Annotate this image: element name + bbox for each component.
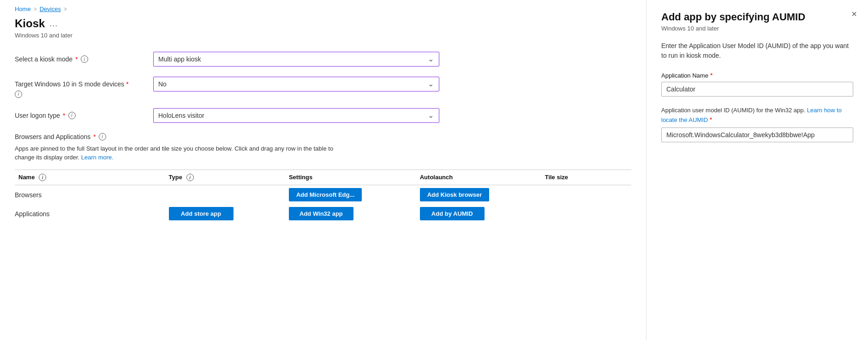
section-description: Apps are pinned to the full Start layout… <box>15 144 338 162</box>
s-mode-control: No Yes <box>153 77 439 91</box>
browsers-apps-info-icon[interactable]: i <box>99 133 106 140</box>
s-mode-row: Target Windows 10 in S mode devices * i … <box>15 77 631 98</box>
aumid-input[interactable] <box>661 128 853 142</box>
logon-type-select[interactable]: HoloLens visitor Auto logon Local user o… <box>153 108 439 123</box>
aumid-label-row: Application user model ID (AUMID) for th… <box>661 106 853 125</box>
logon-type-required: * <box>63 112 65 119</box>
browsers-row: Browsers Add Microsoft Edg... Add Kiosk … <box>15 185 631 205</box>
breadcrumb-sep2: > <box>64 6 67 12</box>
kiosk-mode-info-icon[interactable]: i <box>81 55 88 63</box>
browsers-apps-label: Browsers and Applications * i <box>15 133 631 140</box>
kiosk-mode-required: * <box>75 55 78 63</box>
panel-close-button[interactable]: × <box>851 9 857 18</box>
add-store-app-button[interactable]: Add store app <box>169 207 233 220</box>
right-panel: × Add app by specifying AUMID Windows 10… <box>647 0 868 340</box>
logon-type-row: User logon type * i HoloLens visitor Aut… <box>15 108 631 123</box>
add-edge-button[interactable]: Add Microsoft Edg... <box>289 188 362 201</box>
kiosk-mode-label: Select a kiosk mode * i <box>15 52 144 63</box>
app-name-input[interactable] <box>661 82 853 97</box>
logon-type-info-icon[interactable]: i <box>68 112 76 119</box>
kiosk-mode-select[interactable]: Multi app kiosk Single full-screen app k… <box>153 52 439 67</box>
aumid-field-group: Application user model ID (AUMID) for th… <box>661 106 853 142</box>
add-kiosk-browser-button[interactable]: Add Kiosk browser <box>420 188 489 201</box>
logon-type-label: User logon type * i <box>15 108 144 119</box>
table-header-row: Name i Type i Settings Autolaunch Tile s… <box>15 170 631 185</box>
col-autolaunch-header: Autolaunch <box>416 170 541 185</box>
breadcrumb-sep1: > <box>34 6 37 12</box>
page-title-menu-icon[interactable]: ... <box>49 19 58 29</box>
s-mode-required: * <box>126 80 128 88</box>
browsers-label: Browsers <box>15 185 165 205</box>
col-tilesize-header: Tile size <box>541 170 631 185</box>
col-type-header: Type i <box>165 170 285 185</box>
breadcrumb-devices[interactable]: Devices <box>40 6 61 12</box>
breadcrumb-home[interactable]: Home <box>15 6 31 12</box>
s-mode-info-icon[interactable]: i <box>15 91 22 98</box>
page-title-row: Kiosk ... <box>15 17 631 30</box>
kiosk-mode-row: Select a kiosk mode * i Multi app kiosk … <box>15 52 631 67</box>
name-col-info-icon[interactable]: i <box>39 174 46 181</box>
page-subtitle: Windows 10 and later <box>15 32 631 39</box>
browsers-apps-required: * <box>93 133 96 140</box>
panel-title: Add app by specifying AUMID <box>661 11 853 23</box>
panel-description: Enter the Application User Model ID (AUM… <box>661 41 853 61</box>
s-mode-select-wrapper: No Yes <box>153 77 439 91</box>
app-name-label: Application Name * <box>661 72 853 79</box>
panel-subtitle: Windows 10 and later <box>661 25 853 32</box>
add-aumid-button[interactable]: Add by AUMID <box>420 207 485 220</box>
breadcrumb: Home > Devices > <box>15 6 631 12</box>
logon-type-select-wrapper: HoloLens visitor Auto logon Local user o… <box>153 108 439 123</box>
col-name-header: Name i <box>15 170 165 185</box>
aumid-required: * <box>710 116 712 123</box>
app-name-field-group: Application Name * <box>661 72 853 97</box>
applications-label: Applications <box>15 204 165 223</box>
kiosk-mode-select-wrapper: Multi app kiosk Single full-screen app k… <box>153 52 439 67</box>
app-name-required: * <box>710 72 712 79</box>
col-settings-header: Settings <box>285 170 416 185</box>
apps-table: Browsers Add Microsoft Edg... Add Kiosk … <box>15 170 631 224</box>
kiosk-mode-control: Multi app kiosk Single full-screen app k… <box>153 52 439 67</box>
s-mode-select[interactable]: No Yes <box>153 77 439 91</box>
add-win32-button[interactable]: Add Win32 app <box>289 207 353 220</box>
logon-type-control: HoloLens visitor Auto logon Local user o… <box>153 108 439 123</box>
learn-more-link[interactable]: Learn more. <box>81 154 114 161</box>
s-mode-label: Target Windows 10 in S mode devices * i <box>15 77 144 98</box>
page-title: Kiosk <box>15 17 45 30</box>
applications-row: Applications Add store app Add Win32 app… <box>15 204 631 223</box>
browsers-apps-section: Browsers and Applications * i Apps are p… <box>15 133 631 224</box>
type-col-info-icon[interactable]: i <box>186 174 194 181</box>
left-panel: Home > Devices > Kiosk ... Windows 10 an… <box>0 0 647 340</box>
